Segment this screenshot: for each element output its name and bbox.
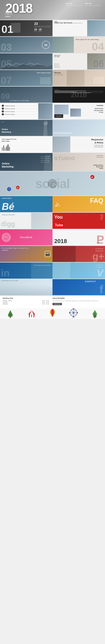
main-titles: Main Title Find a Space For You. Start T… [66, 3, 102, 6]
gplus-photo [52, 246, 76, 262]
bar-1 [54, 91, 103, 91]
slide-row-dribbble-target: FOLLOW US 2018 TARGET P [0, 229, 105, 246]
sweet-monday-text: Sweet Monday Morning Coffee & Cake [94, 108, 103, 114]
slide-row-5-6: 05 BRUSH SLIDE 06 ▸ Item one ▸ Item two … [0, 54, 105, 70]
bar-1-fill [54, 91, 86, 91]
youtube-stats: 6315 1406 600 [100, 214, 103, 220]
about-col: About timetable Lorem ipsum dolor sit, c… [52, 297, 102, 305]
view-more-button[interactable]: View More [52, 303, 62, 305]
slide-subscribe: SUBCRIBES Bé [0, 196, 52, 212]
slide-numbered-list: 1 Featured Ongoing 2 Featured Ongoing 3 … [0, 103, 52, 119]
slide-09-num: 09 [1, 92, 10, 101]
bar-3 [54, 92, 103, 93]
faq-text: FAQ [90, 197, 103, 204]
slide-row-fine-retina: Fine A Space For You, Start Today. Respo… [0, 136, 105, 152]
numbered-photo [38, 103, 52, 119]
studio-sub: Global Design Global Design [97, 155, 103, 158]
working-row-3: Saturday 9.30 - 15.00 [3, 303, 52, 304]
portfolio-photo-2 [70, 108, 81, 116]
slide-loading: LOADING 2018 [52, 86, 105, 103]
slide-04: 04 Find a Space For You. Start Today. [52, 37, 105, 53]
insta-quote: "The most Creative Things In Your World … [2, 247, 34, 251]
slide-01-stats: 23 Find A Space For You. Start Today. 23… [34, 22, 51, 32]
slide-online: Online Marketing 134 [0, 120, 52, 136]
slide-04-num: 04 [92, 40, 104, 53]
about-text: Lorem ipsum dolor sit, consectetur adipi… [52, 300, 102, 302]
portfolio-btn[interactable]: View More [54, 114, 63, 118]
slide-2018-target: 2018 TARGET P [52, 229, 105, 246]
slide-row-digg-youtube: Check your SEO result digg 6315 1406 600… [0, 213, 105, 229]
fb-bg [52, 279, 105, 295]
slide-dribbble: FOLLOW US [0, 229, 52, 246]
slide-beauty: Beauty OF THE WEEK 08 [52, 70, 105, 86]
slide-row-linkedin-vimeo: in Find A Space For You, Start Today. V … [0, 262, 105, 278]
slide-05: 05 [0, 54, 52, 70]
digg-photo [31, 213, 52, 229]
person-head [44, 121, 48, 125]
be-logo: Bé [2, 201, 51, 212]
bar-4 [6, 146, 7, 151]
working-time-col: Working Time Monday - Friday 8.00 - 17.0… [3, 297, 52, 305]
circus-tent-icon [27, 309, 36, 318]
main-title-col-2: Main Title Find a Space For You. Start T… [85, 3, 102, 6]
slide-gplus: g+ 01 Lorem ipsum 02 Lorem ipsum [52, 246, 105, 262]
studio-simple: Simple Always Black And White [93, 164, 103, 169]
slide-1-hero: 2018 Less is more Main Title Find a Spac… [0, 0, 105, 20]
slide-row-9-loading: 09 Fine A Space For You, Start Today. LO… [0, 86, 105, 103]
vimeo-v: V [97, 267, 103, 278]
slide-footer-decoration [0, 308, 105, 319]
retina-photo [52, 136, 70, 152]
slide-03-circle: 03 [42, 41, 50, 49]
slide-studio: STUDIO Global Design Global Design Simpl… [52, 153, 105, 171]
slide-row-list-portfolio: 1 Featured Ongoing 2 Featured Ongoing 3 … [0, 103, 105, 119]
slide-07: 07 Find a space for you [0, 70, 52, 86]
vimeo-stats: 01 Lorem ipsum 02 Lorem ipsum [96, 264, 103, 268]
youtube-icon: ▶ [90, 175, 94, 179]
instagram-icon: 📷 [44, 251, 51, 257]
slide-vimeo: V 01 Lorem ipsum 02 Lorem ipsum [52, 262, 105, 278]
online-title: Online Marketing [2, 128, 11, 133]
nature-text: Find A Space For You, Start Today. [2, 280, 18, 281]
slide-07-text: Find a space for you [37, 72, 51, 74]
main-title-col-1: Main Title Find a Space For You. Start T… [66, 3, 82, 6]
center-circle [48, 179, 57, 188]
svg-point-1 [3, 234, 10, 241]
slide-row-3-4: 03 03 04 Find a Space For You. Start Tod… [0, 37, 105, 53]
svg-rect-21 [73, 308, 74, 310]
fb-contact-text: CONTACT [85, 280, 96, 282]
svg-rect-7 [29, 314, 34, 317]
follow-text: FOLLOW US [20, 236, 32, 238]
facebook-icon: f [7, 187, 11, 191]
about-title: About timetable [52, 297, 102, 299]
pinterest-p: P [97, 233, 104, 246]
slide-youtube: 6315 1406 600 You Tube [52, 213, 105, 229]
slide-online-big: Online Marketing • Lorem ipsum dolor • L… [0, 153, 52, 171]
hot-air-balloon-icon [49, 308, 56, 318]
slide-working-time: Working Time Monday - Friday 8.00 - 17.0… [0, 296, 105, 308]
slide-nature: Find A Space For You, Start Today. [0, 279, 52, 295]
slide-03: 03 03 [0, 37, 52, 53]
slide-row-online-big-studio: Online Marketing • Lorem ipsum dolor • L… [0, 153, 105, 171]
slide-06-list: ▸ Item one ▸ Item two ▸ Item three [54, 63, 60, 68]
digg-text: digg [1, 220, 15, 228]
slide-row-fb-contact: Find A Space For You, Start Today. CONTA… [0, 279, 105, 295]
slide-responsive: RESPONSIVE [52, 120, 105, 136]
bar-2 [3, 145, 4, 151]
responsive-text: RESPONSIVE [54, 132, 72, 134]
slide-01: 01 23 Find A Space For You. Start Today.… [0, 20, 52, 36]
portfolio-title: Portfolio [97, 105, 103, 106]
slide-fb-contact: CONTACT f [52, 279, 105, 295]
slide-04-text: Find a Space For You. Start Today. [76, 38, 99, 41]
online-num: 134 [2, 121, 4, 122]
working-row-2: Saturday 8.30 - 13.30 [3, 302, 52, 303]
nature-gradient [0, 284, 52, 295]
bar-3-fill [54, 92, 91, 93]
bar-2 [54, 92, 103, 92]
slide-beauty-photo [67, 70, 85, 86]
li-text: in [1, 267, 10, 278]
stat-divider [34, 27, 51, 28]
slide-digg: Check your SEO result digg [0, 213, 52, 229]
working-row-1: Monday - Friday 8.00 - 17.00 [3, 300, 52, 301]
slide-07-photo [40, 77, 51, 84]
slide-07-num: 07 [1, 75, 12, 86]
